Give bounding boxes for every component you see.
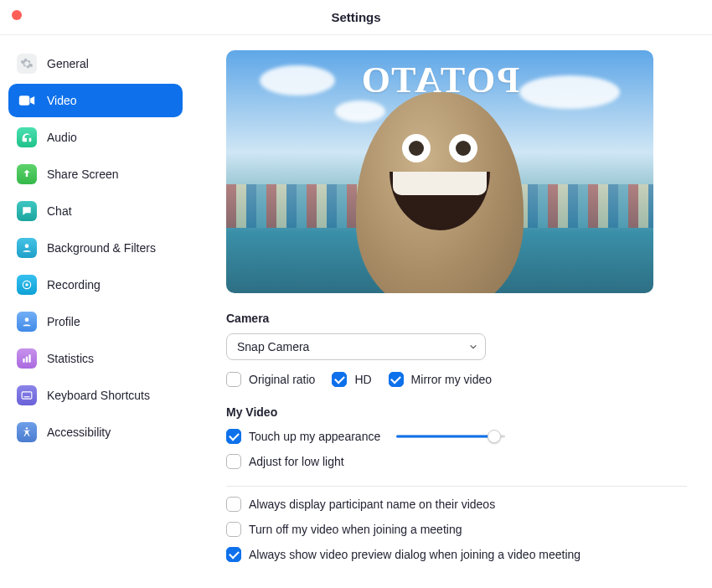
camera-section-label: Camera xyxy=(226,312,687,325)
touch-up-appearance-checkbox[interactable] xyxy=(226,429,241,444)
window-title: Settings xyxy=(0,10,712,24)
display-participant-name-checkbox[interactable] xyxy=(226,497,241,512)
svg-rect-7 xyxy=(28,354,30,362)
record-icon xyxy=(17,275,37,295)
sidebar-item-recording[interactable]: Recording xyxy=(8,268,183,302)
svg-point-3 xyxy=(25,283,28,286)
sidebar-item-video[interactable]: Video xyxy=(8,84,183,117)
sidebar-item-share-screen[interactable]: Share Screen xyxy=(8,157,183,191)
sidebar-item-label: Recording xyxy=(47,278,101,291)
camera-preview: POTATO xyxy=(226,50,653,293)
keyboard-icon xyxy=(17,385,37,405)
sidebar-item-label: Chat xyxy=(47,204,72,218)
show-preview-dialog-checkbox[interactable] xyxy=(226,547,241,562)
mirror-video-checkbox[interactable] xyxy=(389,372,404,387)
sidebar-item-accessibility[interactable]: Accessibility xyxy=(8,415,183,449)
camera-select-value: Snap Camera xyxy=(237,340,309,353)
sidebar-item-label: Statistics xyxy=(47,352,94,365)
touch-up-slider[interactable] xyxy=(396,429,505,444)
sidebar-item-general[interactable]: General xyxy=(8,47,183,80)
headphones-icon xyxy=(17,127,37,147)
svg-point-1 xyxy=(25,244,29,248)
sidebar-item-label: Video xyxy=(47,94,77,107)
gear-icon xyxy=(17,54,37,74)
sidebar-item-profile[interactable]: Profile xyxy=(8,305,183,338)
svg-rect-8 xyxy=(22,392,32,399)
sidebar-item-statistics[interactable]: Statistics xyxy=(8,342,183,375)
person-filter-icon xyxy=(17,238,37,258)
close-window-button[interactable] xyxy=(12,10,22,20)
svg-rect-0 xyxy=(19,95,29,106)
hd-label: HD xyxy=(354,373,371,386)
original-ratio-checkbox[interactable] xyxy=(226,372,241,387)
adjust-low-light-label: Adjust for low light xyxy=(249,455,344,468)
camera-select[interactable]: Snap Camera xyxy=(226,333,486,360)
sidebar-item-label: Keyboard Shortcuts xyxy=(47,389,150,402)
sidebar-item-label: Profile xyxy=(47,315,80,328)
window-titlebar: Settings xyxy=(0,0,712,35)
turn-off-video-joining-checkbox[interactable] xyxy=(226,522,241,537)
display-participant-name-label: Always display participant name on their… xyxy=(249,498,495,511)
svg-point-10 xyxy=(26,427,28,429)
touch-up-slider-thumb[interactable] xyxy=(488,430,501,443)
sidebar-item-audio[interactable]: Audio xyxy=(8,121,183,154)
svg-rect-6 xyxy=(26,357,28,363)
accessibility-icon xyxy=(17,422,37,442)
sidebar-item-keyboard-shortcuts[interactable]: Keyboard Shortcuts xyxy=(8,379,183,412)
adjust-low-light-checkbox[interactable] xyxy=(226,454,241,469)
mirror-video-label: Mirror my video xyxy=(411,373,492,386)
potato-filter-face xyxy=(356,92,524,293)
sidebar-item-label: Share Screen xyxy=(47,168,119,181)
sidebar-item-chat[interactable]: Chat xyxy=(8,194,183,228)
svg-rect-9 xyxy=(24,396,30,397)
share-screen-icon xyxy=(17,164,37,184)
sidebar-item-label: General xyxy=(47,57,89,70)
settings-panel-video: POTATO Camera Snap Camera Original ratio xyxy=(191,35,712,588)
settings-sidebar: General Video Audio Share Screen Chat xyxy=(0,35,191,588)
my-video-section-label: My Video xyxy=(226,405,687,419)
show-preview-dialog-label: Always show video preview dialog when jo… xyxy=(249,548,580,561)
video-camera-icon xyxy=(17,90,37,111)
sidebar-item-label: Accessibility xyxy=(47,426,111,439)
sidebar-item-background-filters[interactable]: Background & Filters xyxy=(8,231,183,265)
profile-icon xyxy=(17,312,37,332)
svg-rect-5 xyxy=(23,358,24,363)
touch-up-appearance-label: Touch up my appearance xyxy=(249,430,380,443)
hd-checkbox[interactable] xyxy=(332,372,347,387)
turn-off-video-joining-label: Turn off my video when joining a meeting xyxy=(249,523,462,536)
touch-up-slider-fill xyxy=(396,436,494,438)
sidebar-item-label: Background & Filters xyxy=(47,241,156,255)
original-ratio-label: Original ratio xyxy=(249,373,315,386)
sidebar-item-label: Audio xyxy=(47,131,77,144)
statistics-icon xyxy=(17,348,37,369)
chat-bubble-icon xyxy=(17,201,37,221)
svg-point-4 xyxy=(25,317,29,322)
section-divider xyxy=(226,486,687,487)
